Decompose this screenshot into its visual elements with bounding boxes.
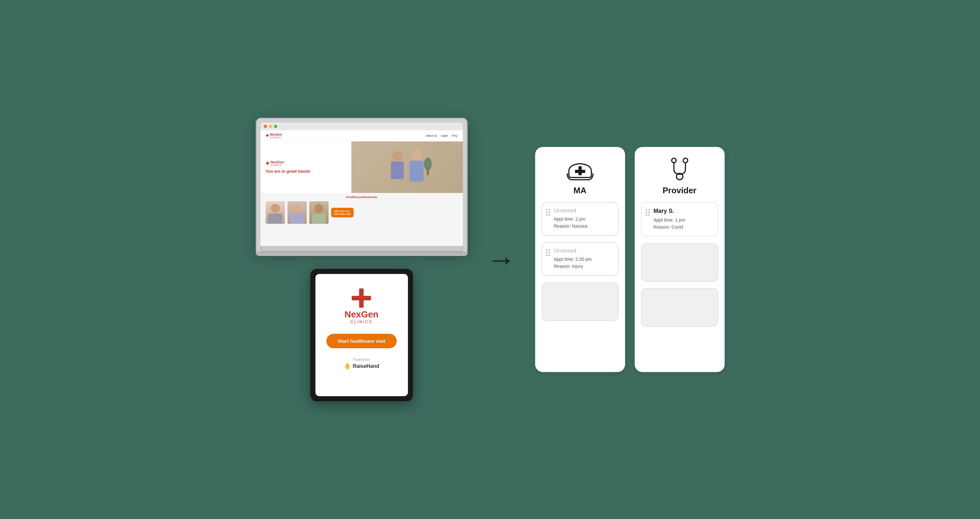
hero-image [352,142,463,193]
provider-column: Provider Mary S. Appt time: 1 pm Reason: [635,147,725,372]
tablet-logo: NexGen CLINICS [345,287,379,324]
drag-dot [549,214,550,216]
provider-patient-0-appt: Appt time: 1 pm [654,216,713,224]
laptop-titlebar [261,123,463,130]
stethoscope-icon [667,156,692,182]
website-logo-name: NexGen [270,133,282,136]
drag-dot [648,209,650,211]
arrow-container: → [487,245,516,274]
drag-dot [546,249,548,251]
provider-role-title: Provider [663,185,697,195]
drag-dot [646,212,647,213]
tablet-screen: NexGen CLINICS Start healthcare visit Po… [315,274,408,396]
video-cta-button[interactable]: Start your one-click video visit [331,208,354,217]
drag-dot [549,249,550,251]
website-nav: ✚ NexGen CLINICS About us Login FAQ [261,130,463,142]
svg-rect-7 [268,214,282,224]
nav-about[interactable]: About us [426,134,437,137]
laptop-base [261,246,463,252]
drag-handle-0[interactable] [546,208,550,216]
provider-icon-area: Provider [663,156,697,195]
drag-dot [549,252,550,253]
ma-patient-1-info: Appt time: 2:30 pm Reason: Injury [554,256,613,270]
provider-patient-card-0: Mary S. Appt time: 1 pm Reason: Covid [641,202,718,237]
svg-point-10 [315,204,323,213]
flow-arrow: → [487,245,516,274]
hero-left: ✚ NexGen CLINICS You are in great hands [261,142,352,193]
svg-rect-13 [352,296,371,300]
traffic-light-green [274,125,277,128]
provider-patient-card-2-empty [641,288,718,327]
main-container: ✚ NexGen CLINICS About us Login FAQ [243,105,738,414]
website-logo-sub: CLINICS [270,136,282,139]
ma-patient-0-reason: Reason: Nausea [554,222,613,230]
svg-rect-1 [391,161,404,179]
svg-point-4 [424,158,432,171]
raisehand-brand: 🤚 RaiseHand [344,363,379,370]
ma-patient-card-1: Unnamed Appt time: 2:30 pm Reason: Injur… [542,242,619,276]
prof-photo-3 [309,201,329,224]
prof-photo-2 [288,201,307,224]
tablet-cross-icon [350,287,372,309]
drag-dot [648,214,650,216]
svg-point-0 [392,151,402,161]
provider-patient-0-name: Mary S. [654,208,713,214]
professionals-title: Certified professionals [266,195,458,199]
traffic-light-red [264,125,267,128]
ma-column: MA Unnamed Appt time: 2 pm Reason: Nause [535,147,625,372]
traffic-light-yellow [269,125,272,128]
website: ✚ NexGen CLINICS About us Login FAQ [261,130,463,246]
powered-by-text: Powered by [353,358,370,361]
raisehand-name: RaiseHand [353,363,379,369]
hero-right [352,142,463,193]
drag-dot [546,254,548,256]
ma-role-title: MA [573,185,586,195]
start-healthcare-visit-button[interactable]: Start healthcare visit [326,334,397,348]
provider-patient-card-1-empty [641,243,718,282]
drag-dot [648,212,650,213]
tablet-wrapper: NexGen CLINICS Start healthcare visit Po… [310,269,413,401]
svg-point-8 [293,204,302,213]
website-logo-small: ✚ NexGen CLINICS [266,133,282,139]
website-professionals: Certified professionals [261,193,463,246]
svg-point-17 [683,158,688,163]
prof-3-svg [309,201,329,224]
prof-2-svg [288,201,307,224]
hero-logo: ✚ NexGen CLINICS [266,160,347,166]
laptop-foot [256,253,468,256]
powered-by: Powered by 🤚 RaiseHand [344,358,379,370]
drag-handle-p0[interactable] [646,208,650,216]
hero-logo-sub: CLINICS [271,164,284,166]
svg-point-2 [411,149,422,160]
drag-dot [646,209,647,211]
prof-1-svg [266,201,285,224]
nurse-cap-icon [566,156,595,182]
svg-point-6 [271,204,280,213]
laptop-body: ✚ NexGen CLINICS About us Login FAQ [256,118,468,253]
hero-illustration [381,145,433,190]
nav-login[interactable]: Login [441,134,448,137]
nav-faq[interactable]: FAQ [452,134,457,137]
ma-patient-0-info: Appt time: 2 pm Reason: Nausea [554,216,613,230]
ma-patient-1-reason: Reason: Injury [554,263,613,270]
drag-dot [546,214,548,216]
laptop-wrapper: ✚ NexGen CLINICS About us Login FAQ [256,118,468,256]
ma-icon-area: MA [566,156,595,195]
svg-rect-15 [575,170,585,173]
hero-logo-name: NexGen [271,160,284,164]
hero-slogan: You are in great hands [266,169,347,174]
ma-patient-card-0: Unnamed Appt time: 2 pm Reason: Nausea [542,202,619,236]
svg-rect-9 [290,214,304,224]
svg-rect-3 [409,161,424,182]
ma-patient-1-appt: Appt time: 2:30 pm [554,256,613,263]
ma-card-1-content: Unnamed Appt time: 2:30 pm Reason: Injur… [554,248,613,270]
ma-patient-0-appt: Appt time: 2 pm [554,216,613,222]
drag-dot [546,252,548,253]
right-section: MA Unnamed Appt time: 2 pm Reason: Nause [535,147,725,372]
tablet-logo-sub: CLINICS [350,319,372,324]
professionals-row: Start your one-click video visit [266,201,458,224]
drag-handle-1[interactable] [546,248,550,256]
drag-dot [549,209,550,211]
laptop-screen: ✚ NexGen CLINICS About us Login FAQ [261,130,463,246]
website-hero: ✚ NexGen CLINICS You are in great hands [261,142,463,193]
